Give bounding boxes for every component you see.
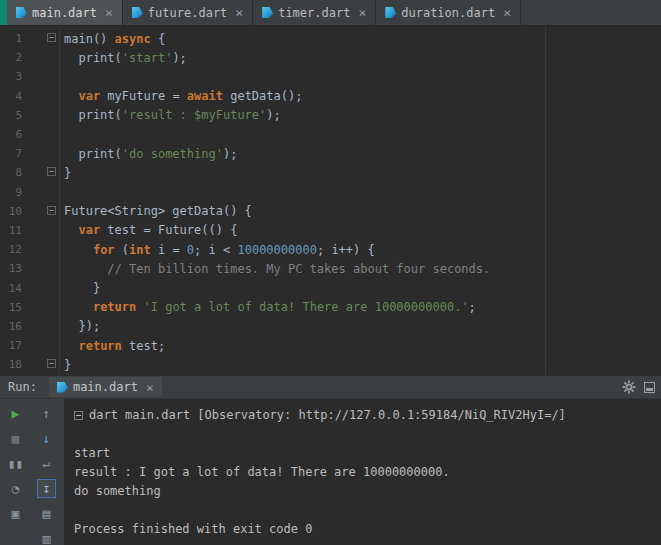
console-text: dart main.dart [Observatory: http://127.…	[89, 406, 566, 425]
fold-gutter: −	[22, 29, 60, 48]
code-token: }	[64, 358, 71, 372]
fold-icon[interactable]: −	[47, 206, 56, 215]
code-token: myFuture =	[100, 89, 187, 103]
code-token	[64, 243, 93, 257]
code-line[interactable]: 8−}	[0, 163, 661, 182]
code-token: 'start'	[122, 51, 173, 65]
line-number: 17	[0, 339, 22, 352]
down-stack-trace-button[interactable]: ↓	[36, 426, 58, 451]
stop-button[interactable]: ■	[5, 426, 27, 451]
run-tab-close-icon[interactable]: ×	[146, 381, 154, 394]
code-line[interactable]: 6	[0, 125, 661, 144]
run-bar-actions	[622, 380, 655, 394]
line-number: 5	[0, 109, 22, 122]
editor-tab-future-dart[interactable]: future.dart×	[123, 0, 253, 25]
settings-gear-icon[interactable]	[622, 380, 636, 394]
code-token: int	[129, 243, 151, 257]
fold-icon[interactable]: −	[47, 33, 56, 42]
code-line[interactable]: 16 });	[0, 317, 661, 336]
console-line: dart main.dart [Observatory: http://127.…	[74, 406, 661, 425]
code-line[interactable]: 11 var test = Future(() {	[0, 221, 661, 240]
code-line[interactable]: 7 print('do something');	[0, 144, 661, 163]
tab-close-icon[interactable]: ×	[105, 6, 113, 19]
code-line[interactable]: 2 print('start');	[0, 48, 661, 67]
code-text: main() async {	[60, 32, 165, 46]
code-token: }	[64, 166, 71, 180]
code-token: for	[93, 243, 115, 257]
code-line[interactable]: 5 print('result : $myFuture');	[0, 106, 661, 125]
fold-gutter	[22, 240, 60, 259]
code-text: print('start');	[60, 51, 187, 65]
code-line[interactable]: 18−}	[0, 355, 661, 374]
code-line[interactable]: 4 var myFuture = await getData();	[0, 87, 661, 106]
window-accent-strip	[0, 0, 7, 25]
tab-close-icon[interactable]: ×	[503, 6, 511, 19]
code-line[interactable]: 9	[0, 183, 661, 202]
code-token: ;	[469, 300, 476, 314]
pause-output-button[interactable]: ▮▮	[5, 451, 27, 476]
dart-file-icon	[385, 7, 396, 18]
fold-icon[interactable]: −	[47, 359, 56, 368]
code-line[interactable]: 12 for (int i = 0; i < 10000000000; i++)…	[0, 240, 661, 259]
tab-label: timer.dart	[278, 6, 350, 20]
fold-gutter	[22, 144, 60, 163]
code-token: getData();	[223, 89, 302, 103]
code-token	[64, 89, 78, 103]
editor-tab-main-dart[interactable]: main.dart×	[7, 0, 123, 25]
code-text: var test = Future(() {	[60, 223, 237, 237]
console-output[interactable]: dart main.dart [Observatory: http://127.…	[64, 399, 661, 545]
code-text: }	[60, 281, 100, 295]
editor-tab-duration-dart[interactable]: duration.dart×	[376, 0, 521, 25]
restore-layout-button[interactable]: ▣	[5, 501, 27, 526]
line-number: 3	[0, 70, 22, 83]
tab-close-icon[interactable]: ×	[235, 6, 243, 19]
run-toolwindow-bar: Run: main.dart ×	[0, 375, 661, 399]
up-stack-trace-button[interactable]: ↑	[36, 401, 58, 426]
dart-file-icon	[132, 7, 143, 18]
fold-gutter	[22, 317, 60, 336]
code-line[interactable]: 10−Future<String> getData() {	[0, 202, 661, 221]
code-token: return	[78, 339, 121, 353]
code-token: await	[187, 89, 223, 103]
soft-wrap-button[interactable]: ↵	[36, 451, 58, 476]
line-number: 15	[0, 301, 22, 314]
clear-all-button[interactable]: ▥	[36, 526, 58, 545]
code-line[interactable]: 13 // Ten billion times. My PC takes abo…	[0, 259, 661, 278]
console-line	[74, 425, 661, 444]
scroll-to-end-button[interactable]: ↧	[37, 479, 56, 498]
tab-close-icon[interactable]: ×	[358, 6, 366, 19]
console-fold-icon[interactable]	[74, 411, 83, 420]
line-number: 9	[0, 186, 22, 199]
hide-panel-icon[interactable]	[644, 382, 655, 393]
console-text: start	[74, 444, 110, 463]
run-tab-main-dart[interactable]: main.dart ×	[49, 377, 162, 397]
code-text: });	[60, 319, 100, 333]
fold-icon[interactable]: −	[47, 167, 56, 176]
line-number: 6	[0, 128, 22, 141]
code-line[interactable]: 15 return 'I got a lot of data! There ar…	[0, 298, 661, 317]
editor[interactable]: 1−main() async {2 print('start');34 var …	[0, 26, 661, 375]
print-console-button[interactable]: ▤	[36, 501, 58, 526]
rerun-button[interactable]: ▶	[5, 401, 27, 426]
fold-gutter	[22, 106, 60, 125]
code-token: );	[266, 108, 280, 122]
editor-lines: 1−main() async {2 print('start');34 var …	[0, 29, 661, 374]
console-text: result : I got a lot of data! There are …	[74, 463, 450, 482]
code-line[interactable]: 3	[0, 67, 661, 86]
console-toolbar-left-column: ▶■▮▮◔▣	[0, 401, 31, 545]
fold-gutter	[22, 336, 60, 355]
code-line[interactable]: 1−main() async {	[0, 29, 661, 48]
code-token	[136, 300, 143, 314]
show-history-button[interactable]: ◔	[5, 476, 27, 501]
tab-label: duration.dart	[401, 6, 495, 20]
editor-tab-timer-dart[interactable]: timer.dart×	[253, 0, 376, 25]
dart-file-icon	[262, 7, 273, 18]
code-line[interactable]: 17 return test;	[0, 336, 661, 355]
fold-gutter: −	[22, 163, 60, 182]
line-number: 2	[0, 51, 22, 64]
code-token: Future<String> getData() {	[64, 204, 252, 218]
code-token: print(	[64, 108, 122, 122]
code-line[interactable]: 14 }	[0, 278, 661, 297]
code-token	[64, 223, 78, 237]
code-text: }	[60, 166, 71, 180]
